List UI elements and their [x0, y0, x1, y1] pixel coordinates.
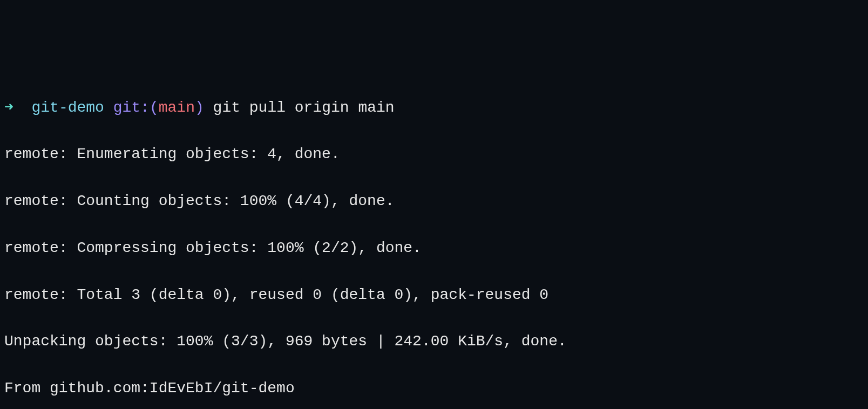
- output-line: From github.com:IdEvEbI/git-demo: [4, 377, 864, 400]
- prompt-arrow-icon: ➜: [4, 99, 13, 116]
- prompt-directory: git-demo: [31, 99, 104, 116]
- output-line: remote: Enumerating objects: 4, done.: [4, 142, 864, 166]
- prompt-git-label: git:: [113, 99, 150, 116]
- output-line: remote: Compressing objects: 100% (2/2),…: [4, 236, 864, 260]
- output-line: remote: Counting objects: 100% (4/4), do…: [4, 189, 864, 213]
- command-text: git pull origin main: [213, 99, 395, 116]
- prompt-paren-close: ): [195, 99, 204, 116]
- prompt-branch: main: [159, 99, 195, 116]
- output-line: Unpacking objects: 100% (3/3), 969 bytes…: [4, 330, 864, 353]
- prompt-line[interactable]: ➜ git-demo git:(main) git pull origin ma…: [4, 96, 864, 119]
- prompt-paren-open: (: [150, 99, 159, 116]
- output-line: remote: Total 3 (delta 0), reused 0 (del…: [4, 283, 864, 306]
